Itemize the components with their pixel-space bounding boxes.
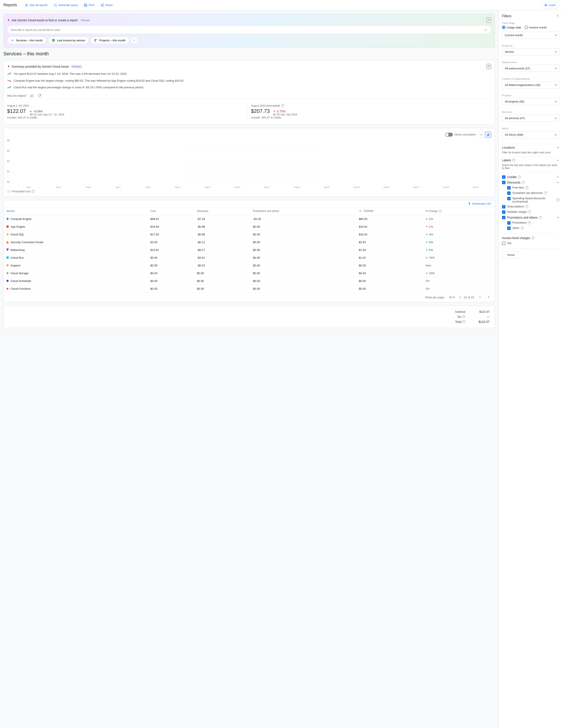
discounts-help-icon[interactable]: ?: [522, 181, 525, 184]
projects-select[interactable]: All projects (55): [502, 98, 560, 105]
see-all-reports-button[interactable]: See all reports: [22, 2, 50, 8]
quick-report-services[interactable]: Services – this month: [7, 37, 46, 44]
discounts-header[interactable]: Discounts ?: [502, 180, 560, 184]
promotions-cell: $0.00: [250, 285, 356, 292]
bar-group: [461, 139, 490, 183]
quick-report-projects[interactable]: Projects – this month: [90, 37, 129, 44]
service-cell: Cloud Run: [4, 254, 148, 261]
forecast-help-icon[interactable]: ?: [281, 104, 284, 107]
cost-cell: $3.05: [148, 238, 194, 246]
page-title: Services – this month: [3, 51, 495, 57]
spending-based-help-icon[interactable]: ?: [557, 198, 560, 201]
share-button[interactable]: Share: [98, 2, 115, 8]
invoice-month-radio[interactable]: Invoice month: [525, 26, 547, 29]
thumbs-up-button[interactable]: [29, 93, 34, 99]
free-tiers-help-icon[interactable]: ?: [526, 186, 529, 189]
quick-reports-next[interactable]: [131, 37, 138, 44]
svg-line-10: [102, 4, 103, 5]
discounts-section: Discounts ? Free tiers ?: [502, 180, 560, 203]
promotions-chevron-icon: [556, 216, 560, 219]
subaccounts-select[interactable]: All subaccounts (27): [502, 65, 560, 72]
labels-collapsible[interactable]: Labels ?: [502, 157, 560, 164]
credits-header[interactable]: Credits ?: [502, 175, 560, 179]
other-help-icon[interactable]: ?: [521, 227, 524, 230]
tax-help-icon[interactable]: ?: [462, 315, 465, 318]
promotions-help-icon[interactable]: ?: [539, 216, 542, 219]
forecasted-help-icon[interactable]: ?: [31, 190, 34, 193]
thumbs-down-button[interactable]: [37, 93, 42, 99]
discounts-checkbox[interactable]: [502, 181, 505, 184]
discounts-chevron-icon: [556, 181, 560, 184]
locations-collapsible[interactable]: Locations: [502, 144, 560, 151]
tax-checkbox[interactable]: [502, 242, 505, 245]
line-chart-button[interactable]: [478, 132, 484, 138]
change-cell: New: [423, 261, 495, 269]
group-by-select[interactable]: Service: [502, 48, 560, 55]
total-help-icon[interactable]: ?: [462, 320, 465, 323]
other-checkbox[interactable]: [507, 227, 511, 230]
credits-help-icon[interactable]: ?: [518, 176, 521, 179]
reset-button[interactable]: Reset: [502, 251, 520, 258]
download-csv-button[interactable]: Download CSV: [468, 202, 491, 205]
services-select[interactable]: All services (47): [502, 115, 560, 122]
reseller-margin-checkbox[interactable]: [502, 210, 505, 214]
table-row: App Engine $19.60 -$0.98 $0.00 $18.62 1%: [4, 223, 495, 230]
quick-report-last-invoice[interactable]: Last invoice by service: [48, 37, 89, 44]
rows-per-page-select[interactable]: 10 25 50: [448, 296, 456, 299]
change-help-icon[interactable]: ?: [439, 210, 442, 213]
gemini-input[interactable]: [11, 28, 484, 31]
change-value: 4%: [426, 233, 492, 236]
service-cell: Cloud Storage: [4, 269, 148, 277]
credits-checkbox[interactable]: [502, 175, 505, 179]
current-month-select[interactable]: Current month: [502, 32, 560, 39]
x-axis-label: Aug 15: [223, 186, 252, 188]
subtotal-cell: $0.00: [356, 285, 423, 292]
promotions-sub-help-icon[interactable]: ?: [528, 221, 531, 224]
summary-collapse-button[interactable]: [487, 64, 491, 69]
bar-chart-button[interactable]: [485, 132, 491, 138]
svg-rect-16: [96, 39, 97, 40]
skus-select[interactable]: All SKUs (408): [502, 131, 560, 138]
bar-group: [223, 139, 252, 183]
prev-page-button[interactable]: [477, 294, 483, 300]
generate-query-button[interactable]: Generate query: [51, 2, 80, 8]
learn-button[interactable]: Learn: [540, 2, 560, 8]
cumulative-toggle[interactable]: Show cumulative: [445, 133, 476, 137]
promotions-sub-checkbox[interactable]: [507, 221, 511, 225]
summary-sparkle-icon: ✦: [7, 64, 10, 68]
subscriptions-checkbox[interactable]: [502, 205, 505, 208]
forecasted-legend: Forecasted cost ?: [7, 190, 491, 193]
change-cell: 76%: [423, 254, 495, 261]
subtotal-cell: $0.00: [356, 277, 423, 285]
stat-forecasted-amount: $207.73: [251, 108, 270, 114]
x-axis-label: Aug 31: [461, 186, 490, 188]
discounts-cell: $0.00: [194, 277, 250, 285]
sustained-use-checkbox[interactable]: [507, 191, 511, 195]
folders-select[interactable]: All folders/organizations (28): [502, 81, 560, 89]
sustained-use-help-icon[interactable]: ?: [544, 191, 547, 194]
discounts-cell: -$0.03: [194, 261, 250, 269]
summary-bullet-1: You spent $122.07 between Aug 1-19, 2024…: [7, 72, 491, 76]
x-axis-label: Aug 19: [283, 186, 312, 188]
filters-collapse-button[interactable]: [556, 14, 560, 18]
invoice-icon: [52, 39, 55, 42]
svg-rect-12: [52, 39, 55, 42]
promotions-header[interactable]: Promotions and others ?: [502, 216, 560, 219]
spending-based-checkbox[interactable]: [507, 197, 511, 200]
next-page-button[interactable]: [486, 294, 491, 300]
reseller-margin-help-icon[interactable]: ?: [528, 210, 531, 213]
promotions-sub-item: Promotions ?: [507, 221, 560, 225]
print-button[interactable]: Print: [81, 2, 97, 8]
bar-chart-icon: [487, 133, 490, 136]
promotions-cell: $0.00: [250, 246, 356, 254]
free-tiers-checkbox[interactable]: [507, 186, 511, 190]
promotions-checkbox[interactable]: [502, 216, 505, 219]
usage-date-radio[interactable]: Usage date: [502, 26, 521, 29]
invoice-title: Invoice level charges ?: [502, 236, 560, 240]
subscriptions-help-icon[interactable]: ?: [525, 205, 528, 208]
svg-point-8: [103, 6, 103, 6]
invoice-help-icon[interactable]: ?: [532, 236, 535, 240]
labels-help-icon[interactable]: ?: [512, 159, 515, 162]
gemini-collapse-button[interactable]: [487, 17, 491, 23]
stat-current-change-sub: -$5.21 over July 13 – 31, 2024: [29, 113, 64, 116]
